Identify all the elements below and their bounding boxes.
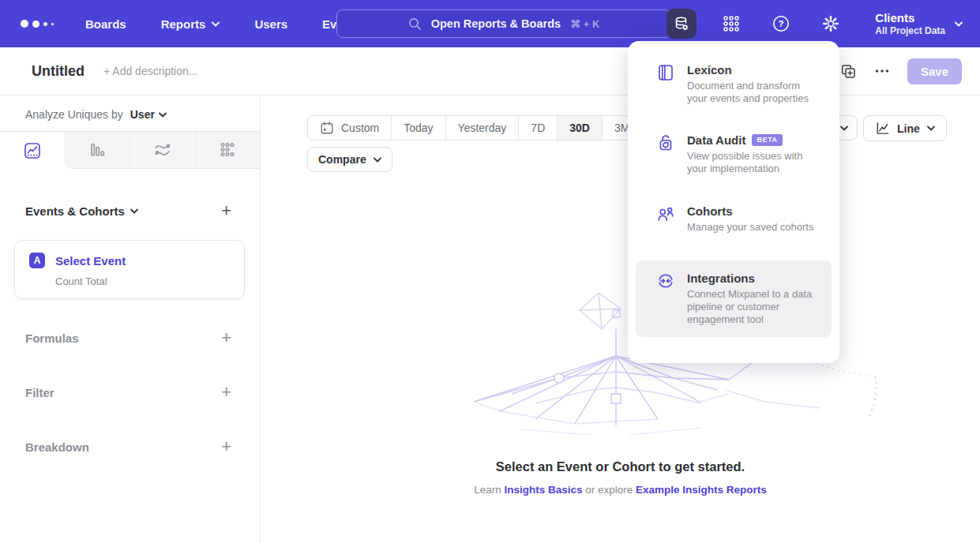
tab-flow-chart[interactable] (130, 132, 195, 169)
cohorts-description: Manage your saved cohorts (687, 221, 813, 234)
svg-text:?: ? (779, 19, 784, 28)
ellipsis-icon (874, 63, 890, 79)
more-options-button[interactable] (874, 63, 890, 79)
gear-icon (821, 14, 840, 33)
tab-metrics-grid[interactable] (195, 132, 261, 169)
add-breakdown-button[interactable]: + (221, 438, 231, 455)
apps-grid-button[interactable] (716, 9, 746, 39)
nav-item-reports-label: Reports (161, 17, 206, 31)
formulas-label: Formulas (25, 331, 79, 345)
project-scope: All Project Data (875, 25, 945, 36)
chart-type-label: Line (897, 122, 920, 135)
chevron-down-icon (374, 157, 381, 163)
menu-item-lexicon[interactable]: Lexicon Document and transform your even… (636, 52, 832, 116)
menu-item-data-audit[interactable]: Data Audit BETA View possible issues wit… (636, 122, 832, 186)
integrations-description: Connect Mixpanel to a data pipeline or c… (687, 288, 822, 326)
chevron-down-icon (955, 21, 963, 27)
nav-item-reports[interactable]: Reports (161, 17, 220, 31)
date-range-7d[interactable]: 7D (518, 116, 557, 140)
nav-links: Boards Reports Users Events (85, 17, 361, 31)
chevron-down-icon (130, 208, 138, 214)
question-circle-icon: ? (772, 14, 790, 33)
events-cohorts-label: Events & Cohorts (25, 204, 125, 218)
project-name: Clients (875, 11, 945, 26)
example-insights-reports-link[interactable]: Example Insights Reports (636, 484, 767, 496)
nav-item-boards-label: Boards (85, 17, 126, 31)
nav-right-cluster: ? Clients All Project Data (666, 0, 963, 47)
select-event-button[interactable]: Select Event (55, 254, 126, 268)
date-range-yesterday[interactable]: Yesterday (445, 116, 519, 140)
filter-label: Filter (25, 386, 54, 399)
menu-item-cohorts[interactable]: Cohorts Manage your saved cohorts (636, 193, 832, 245)
date-range-custom[interactable]: Custom (308, 116, 391, 140)
chart-area: Custom Today Yesterday 7D 30D 3M 6M Comp… (261, 95, 980, 543)
database-gear-icon (673, 15, 690, 32)
add-filter-button[interactable]: + (221, 384, 231, 401)
compare-label: Compare (318, 153, 366, 166)
global-search-input[interactable]: Open Reports & Boards ⌘ + K (336, 9, 671, 38)
nav-item-users-label: Users (254, 17, 287, 31)
insights-basics-link[interactable]: Insights Basics (504, 484, 582, 496)
search-icon (408, 17, 422, 31)
date-range-30d-selected[interactable]: 30D (557, 116, 602, 140)
data-audit-title: Data Audit (687, 133, 745, 147)
date-range-today[interactable]: Today (391, 116, 445, 140)
chart-type-dropdown[interactable]: Line (863, 115, 947, 141)
date-range-custom-label: Custom (341, 122, 379, 134)
insights-report-page: Boards Reports Users Events Open Reports… (0, 0, 980, 543)
report-title[interactable]: Untitled (32, 63, 84, 80)
chevron-down-icon[interactable] (159, 112, 167, 118)
search-shortcut: ⌘ + K (570, 18, 599, 30)
add-description-field[interactable]: + Add description... (103, 65, 197, 77)
query-builder-sidebar: Analyze Uniques by User (0, 95, 261, 543)
or-explore-text: or explore (585, 484, 633, 496)
data-audit-description: View possible issues with your implement… (687, 150, 822, 175)
project-selector[interactable]: Clients All Project Data (875, 11, 963, 37)
event-aggregation[interactable]: Count Total (55, 275, 230, 287)
tab-insights-line[interactable] (0, 132, 65, 169)
duplicate-icon (840, 63, 857, 80)
chevron-down-icon (212, 21, 220, 27)
mixpanel-logo-icon[interactable] (21, 20, 54, 28)
analyze-label: Analyze Uniques by (25, 108, 123, 121)
formulas-section: Formulas + (25, 329, 231, 346)
line-chart-axis-icon (875, 121, 890, 136)
report-header-actions: Save (840, 58, 962, 84)
data-management-button[interactable] (666, 9, 697, 39)
add-event-button[interactable]: + (221, 202, 231, 219)
grid-dots-icon (722, 14, 741, 33)
menu-item-integrations[interactable]: Integrations Connect Mixpanel to a data … (636, 260, 832, 337)
compare-dropdown[interactable]: Compare (307, 147, 392, 172)
chart-type-tabs (0, 131, 260, 169)
save-button[interactable]: Save (907, 58, 962, 84)
dots-grid-icon (218, 140, 237, 159)
lexicon-title: Lexicon (687, 63, 732, 77)
event-row-card[interactable]: A Select Event Count Total (14, 240, 245, 299)
cohorts-title: Cohorts (687, 204, 733, 218)
help-button[interactable]: ? (766, 9, 796, 39)
analyze-uniques-row: Analyze Uniques by User (25, 108, 260, 121)
event-letter-badge: A (29, 253, 45, 268)
tab-bar-chart[interactable] (65, 132, 130, 169)
data-audit-icon (657, 134, 674, 152)
top-navigation-bar: Boards Reports Users Events Open Reports… (0, 0, 980, 47)
integrations-title: Integrations (687, 272, 755, 285)
breakdown-section: Breakdown + (25, 438, 231, 455)
data-management-menu: Lexicon Document and transform your even… (628, 41, 839, 363)
calendar-icon (320, 121, 334, 135)
integrations-sync-icon (657, 272, 674, 290)
events-cohorts-header: Events & Cohorts + (25, 202, 231, 219)
cohorts-people-icon (657, 205, 674, 223)
date-range-control: Custom Today Yesterday 7D 30D 3M 6M (307, 115, 682, 140)
nav-item-users[interactable]: Users (254, 17, 287, 31)
analyze-value-dropdown[interactable]: User (130, 108, 155, 121)
duplicate-report-button[interactable] (840, 63, 857, 80)
add-formula-button[interactable]: + (221, 329, 231, 346)
settings-button[interactable] (816, 9, 846, 39)
empty-state-links: Learn Insights Basics or explore Example… (261, 484, 980, 496)
events-cohorts-toggle[interactable]: Events & Cohorts (25, 204, 138, 218)
search-placeholder: Open Reports & Boards (431, 17, 561, 30)
filter-section: Filter + (25, 384, 231, 401)
flow-icon (153, 140, 172, 159)
nav-item-boards[interactable]: Boards (85, 17, 126, 31)
